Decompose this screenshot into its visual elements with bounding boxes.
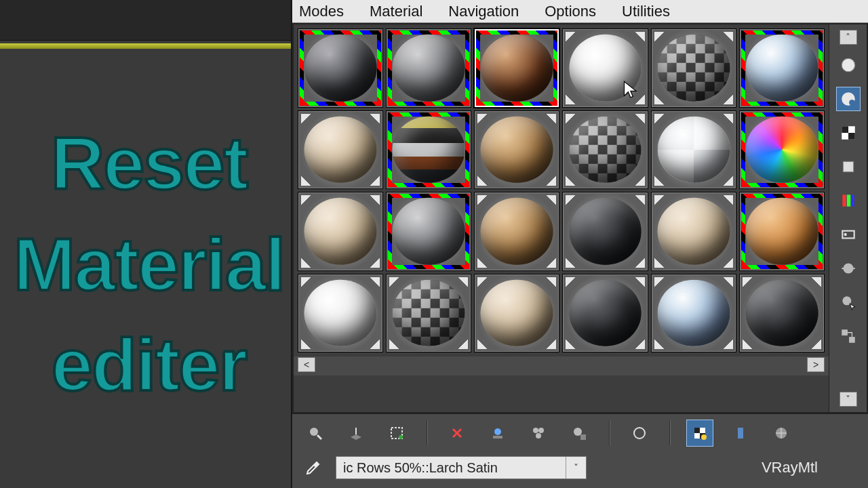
sample-slot[interactable] bbox=[298, 28, 383, 108]
background-checker-icon[interactable] bbox=[836, 121, 861, 145]
put-to-library-icon[interactable] bbox=[484, 420, 511, 447]
menu-utilities[interactable]: Utilities bbox=[622, 3, 670, 20]
separator bbox=[609, 421, 610, 445]
sample-slot[interactable] bbox=[474, 274, 559, 353]
material-sphere-icon bbox=[657, 117, 730, 183]
put-to-scene-icon[interactable] bbox=[342, 420, 370, 447]
svg-point-0 bbox=[842, 58, 855, 72]
sample-slot[interactable] bbox=[298, 192, 383, 271]
menu-modes[interactable]: Modes bbox=[299, 3, 344, 20]
svg-rect-30 bbox=[694, 428, 700, 433]
svg-rect-14 bbox=[852, 268, 854, 269]
sample-slot[interactable] bbox=[386, 274, 471, 353]
sample-slot[interactable] bbox=[298, 110, 383, 190]
material-sphere-icon bbox=[746, 280, 818, 346]
scroll-right-button[interactable]: > bbox=[807, 357, 825, 372]
show-in-viewport-icon[interactable] bbox=[566, 420, 593, 447]
material-sphere-icon bbox=[393, 198, 465, 264]
material-id-icon[interactable] bbox=[525, 420, 552, 447]
material-sphere-icon bbox=[569, 280, 642, 346]
svg-rect-9 bbox=[851, 195, 854, 206]
pick-material-icon[interactable] bbox=[768, 420, 795, 447]
material-name-input[interactable] bbox=[336, 460, 566, 476]
material-sphere-icon bbox=[393, 117, 465, 183]
sample-slot[interactable] bbox=[386, 28, 471, 108]
sample-slot[interactable] bbox=[739, 192, 825, 271]
menubar: Modes Material Navigation Options Utilit… bbox=[292, 0, 868, 23]
horizontal-scrollbar: < > bbox=[294, 357, 829, 375]
sample-slot[interactable] bbox=[562, 192, 648, 271]
sample-slot[interactable] bbox=[562, 28, 648, 108]
material-name-field[interactable]: ˅ bbox=[336, 456, 587, 479]
sample-uv-tiling-icon[interactable] bbox=[836, 87, 861, 111]
material-map-nav-icon[interactable] bbox=[836, 324, 861, 348]
sample-type-icon[interactable] bbox=[836, 53, 861, 77]
sample-slot[interactable] bbox=[386, 110, 471, 190]
backlight-icon[interactable] bbox=[836, 155, 861, 179]
sample-slot[interactable] bbox=[474, 110, 559, 190]
material-sphere-icon bbox=[569, 117, 642, 183]
thumbnail-overlay-panel: Reset Material editer bbox=[0, 0, 292, 488]
options-icon[interactable] bbox=[836, 256, 861, 281]
sample-slot[interactable] bbox=[739, 274, 825, 353]
menu-material[interactable]: Material bbox=[370, 3, 422, 20]
sample-slot[interactable] bbox=[651, 274, 736, 353]
color-check-icon[interactable] bbox=[836, 188, 861, 213]
material-sphere-icon bbox=[746, 198, 818, 264]
show-end-result-icon[interactable] bbox=[626, 420, 653, 447]
material-sphere-icon bbox=[481, 198, 553, 264]
bottom-toolbar bbox=[292, 413, 868, 451]
svg-point-2 bbox=[849, 100, 855, 106]
get-material-icon[interactable] bbox=[302, 420, 329, 447]
material-name-dropdown[interactable]: ˅ bbox=[566, 457, 586, 479]
svg-rect-27 bbox=[580, 434, 586, 440]
svg-rect-22 bbox=[493, 436, 502, 439]
sample-slot[interactable] bbox=[386, 192, 471, 271]
assign-to-selection-icon[interactable] bbox=[383, 420, 410, 447]
svg-point-12 bbox=[843, 263, 853, 273]
sample-slot[interactable] bbox=[562, 110, 648, 190]
separator bbox=[669, 421, 670, 445]
go-forward-icon[interactable] bbox=[727, 420, 754, 447]
material-name-row: ˅ VRayMtl bbox=[292, 451, 868, 488]
overlay-line-2: Material bbox=[14, 214, 285, 315]
menu-navigation[interactable]: Navigation bbox=[448, 3, 519, 20]
overlay-line-3: editer bbox=[52, 314, 247, 415]
eyedropper-icon[interactable] bbox=[302, 456, 325, 479]
svg-rect-7 bbox=[842, 195, 846, 206]
svg-rect-5 bbox=[848, 133, 855, 140]
select-by-material-icon[interactable] bbox=[836, 290, 861, 314]
sample-slot[interactable] bbox=[651, 110, 736, 190]
sample-slot[interactable] bbox=[298, 274, 383, 353]
reset-map-icon[interactable] bbox=[443, 420, 471, 447]
svg-rect-13 bbox=[842, 268, 844, 269]
sample-slot[interactable] bbox=[739, 110, 825, 190]
material-sphere-icon bbox=[393, 35, 465, 101]
material-sphere-icon bbox=[657, 198, 730, 264]
sample-slot[interactable] bbox=[562, 274, 648, 353]
svg-point-32 bbox=[701, 434, 707, 440]
svg-rect-33 bbox=[738, 428, 743, 439]
svg-point-11 bbox=[844, 233, 846, 236]
go-to-parent-icon[interactable] bbox=[686, 420, 713, 447]
scroll-left-button[interactable]: < bbox=[298, 357, 315, 372]
material-sphere-icon bbox=[569, 198, 642, 264]
scroll-down-button[interactable]: ˅ bbox=[840, 392, 857, 407]
menu-options[interactable]: Options bbox=[545, 3, 596, 20]
video-preview-icon[interactable] bbox=[836, 222, 861, 247]
sample-slot[interactable] bbox=[474, 28, 559, 108]
material-sphere-icon bbox=[746, 117, 818, 183]
svg-point-21 bbox=[494, 428, 501, 435]
material-sphere-icon bbox=[481, 35, 553, 101]
overlay-line-1: Reset bbox=[51, 113, 248, 214]
material-sphere-icon bbox=[393, 280, 465, 346]
sample-slot[interactable] bbox=[739, 28, 825, 108]
svg-point-18 bbox=[310, 428, 318, 436]
sample-slot[interactable] bbox=[651, 28, 736, 108]
scroll-up-button[interactable]: ˄ bbox=[840, 30, 857, 45]
sample-slot[interactable] bbox=[474, 192, 559, 271]
material-type-button[interactable]: VRayMtl bbox=[762, 459, 859, 476]
material-sphere-icon bbox=[304, 198, 377, 264]
sample-slot[interactable] bbox=[651, 192, 736, 271]
material-sphere-icon bbox=[304, 35, 377, 101]
